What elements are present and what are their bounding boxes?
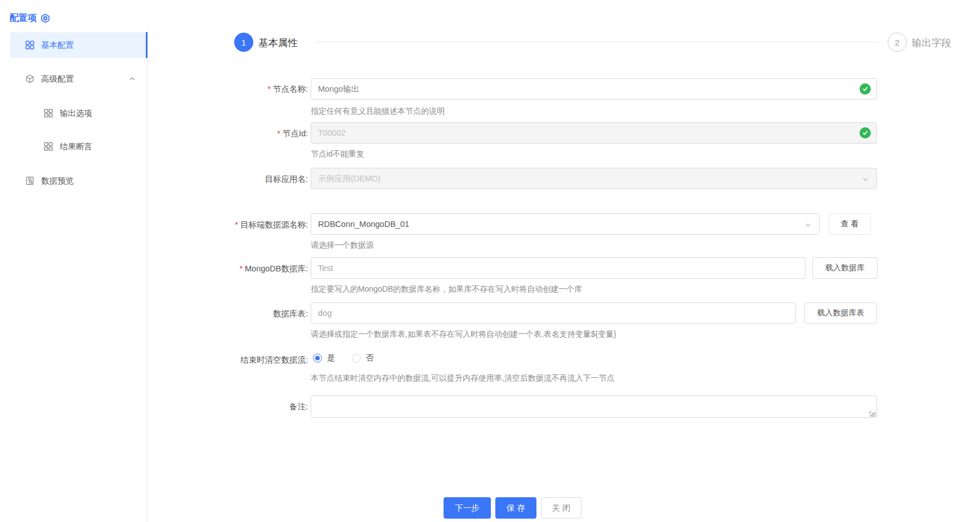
- sidebar-item-label: 结果断言: [60, 141, 92, 152]
- node-name-field-wrap: [311, 78, 877, 100]
- node-id-label: 节点Id:: [169, 128, 308, 139]
- node-id-field-wrap: [311, 122, 877, 144]
- node-name-helper: 指定任何有意义且能描述本节点的说明: [311, 106, 445, 117]
- sidebar-title-text: 配置项: [10, 12, 37, 24]
- step-2-label: 输出字段: [912, 36, 951, 50]
- grid-icon: [25, 41, 34, 50]
- valid-check-icon: [860, 127, 871, 139]
- datasource-helper: 请选择一个数据源: [311, 240, 374, 251]
- db-table-field-wrap: [311, 302, 796, 324]
- mongo-db-label: MongoDB数据库:: [169, 263, 308, 274]
- node-id-input: [311, 122, 877, 144]
- step-1-circle: 1: [234, 33, 253, 52]
- sidebar-item-data-preview[interactable]: 数据预览: [10, 168, 148, 194]
- clear-stream-helper: 本节点结束时清空内存中的数据流,可以提升内存使用率,清空后数据流不再流入下一节点: [311, 373, 615, 383]
- target-app-select: 示例应用(DEMO): [311, 168, 877, 189]
- file-search-icon: [25, 176, 34, 185]
- close-button[interactable]: 关 闭: [541, 497, 581, 519]
- step-2-number: 2: [895, 38, 900, 47]
- datasource-value: RDBConn_MongoDB_01: [318, 220, 409, 229]
- sidebar-title: 配置项: [10, 12, 50, 24]
- mongo-db-field-wrap: [311, 257, 806, 279]
- mongo-db-input[interactable]: [311, 257, 806, 279]
- db-table-input[interactable]: [311, 302, 796, 324]
- next-step-button[interactable]: 下一步: [444, 497, 491, 519]
- datasource-label: 目标端数据源名称:: [169, 219, 308, 230]
- step-connector-line: [316, 42, 880, 42]
- sidebar-item-label: 基本配置: [41, 40, 74, 51]
- db-table-helper: 请选择或指定一个数据库表,如果表不存在写入时将自动创建一个表,表名支持变量${变…: [311, 329, 616, 340]
- load-database-button[interactable]: 载入数据库: [812, 257, 878, 279]
- step-1-number: 1: [241, 38, 246, 47]
- cube-icon: [25, 74, 34, 83]
- mongo-db-helper: 指定要写入的MongoDB的数据库名称，如果库不存在写入时将自动创建一个库: [311, 284, 582, 295]
- chevron-down-icon: [804, 221, 812, 229]
- db-table-label: 数据库表:: [169, 308, 308, 319]
- step-1-label: 基本属性: [258, 36, 298, 50]
- clear-stream-radio-group: 是 否: [313, 353, 374, 363]
- remark-textarea[interactable]: [311, 395, 877, 418]
- settings-target-icon: [41, 14, 50, 23]
- radio-yes-label[interactable]: 是: [327, 353, 335, 363]
- step-2-circle[interactable]: 2: [888, 33, 907, 52]
- chevron-up-icon[interactable]: [129, 75, 136, 82]
- clear-stream-label: 结束时清空数据流:: [169, 354, 308, 365]
- target-app-label: 目标应用名:: [169, 173, 308, 185]
- remark-label: 备注:: [169, 401, 308, 412]
- chevron-down-icon: [862, 176, 869, 183]
- sidebar-item-basic-config[interactable]: 基本配置: [10, 32, 148, 58]
- valid-check-icon: [860, 83, 871, 95]
- sidebar-item-result-assert[interactable]: 结果断言: [10, 133, 148, 159]
- sidebar-item-label: 高级配置: [41, 74, 74, 84]
- sidebar-item-label: 输出选项: [60, 108, 92, 119]
- node-name-label: 节点名称:: [169, 83, 308, 95]
- datasource-select[interactable]: RDBConn_MongoDB_01: [311, 213, 820, 235]
- node-name-input[interactable]: [311, 78, 877, 100]
- node-id-helper: 节点id不能重复: [311, 149, 364, 159]
- load-table-button[interactable]: 载入数据库表: [804, 302, 877, 324]
- target-app-value: 示例应用(DEMO): [318, 173, 381, 184]
- radio-yes[interactable]: [313, 354, 322, 363]
- save-button[interactable]: 保 存: [495, 497, 536, 519]
- radio-no[interactable]: [352, 354, 361, 363]
- radio-no-label[interactable]: 否: [366, 353, 374, 363]
- sidebar-divider: [147, 31, 148, 522]
- grid-icon: [44, 142, 53, 151]
- view-datasource-button[interactable]: 查 看: [829, 213, 871, 235]
- sidebar-item-advanced-config[interactable]: 高级配置: [10, 66, 148, 92]
- grid-icon: [44, 109, 53, 118]
- sidebar-item-output-options[interactable]: 输出选项: [10, 100, 148, 126]
- sidebar-item-label: 数据预览: [41, 176, 74, 186]
